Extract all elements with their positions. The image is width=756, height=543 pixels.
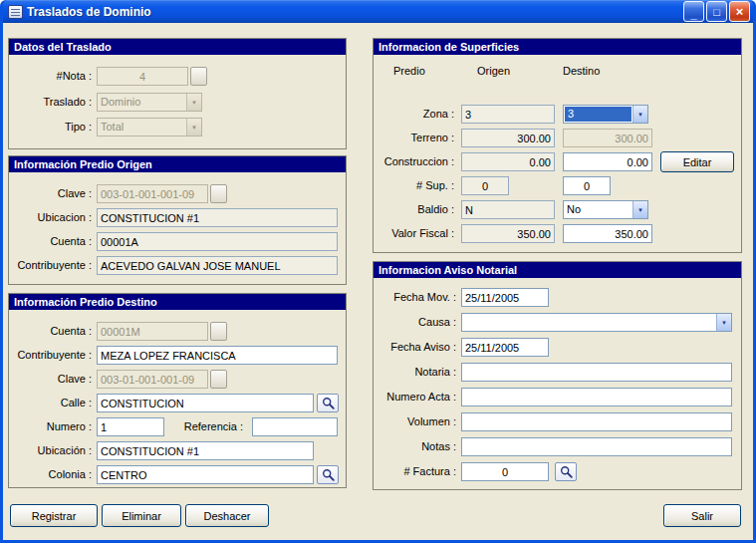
window-title: Traslados de Dominio [27,5,151,19]
numero-acta-row: Numero Acta : [374,388,741,407]
group-predio-origen: Información Predio Origen Clave : Ubicac… [8,155,347,285]
causa-combobox-value [462,314,716,331]
terreno-origen-input [461,129,555,147]
destino-ubicacion-input[interactable] [97,441,314,460]
factura-input[interactable] [461,462,549,481]
group-aviso-notarial-title: Informacion Aviso Notarial [374,262,741,278]
baldio-label: Baldio : [374,203,459,215]
destino-contribuyente-label: Contribuyente : [9,349,97,361]
minimize-button[interactable]: _ [683,1,704,22]
baldio-origen-input [461,200,555,219]
destino-calle-label: Calle : [9,397,97,408]
causa-dropdown-arrow-icon[interactable]: ▼ [716,314,731,331]
destino-cuenta-row: Cuenta : [9,322,346,342]
group-superficies: Informacion de Superficies Predio Origen… [373,38,742,253]
volumen-input[interactable] [461,412,732,431]
origen-ubicacion-input [97,208,338,227]
construccion-label: Construccion : [374,155,459,167]
zona-dropdown-arrow-icon[interactable]: ▼ [632,106,647,123]
valor-fiscal-row: Valor Fiscal : [374,224,741,244]
construccion-origen-input [461,152,555,171]
deshacer-button[interactable]: Deshacer [185,504,269,527]
origen-clave-row: Clave : [9,184,346,204]
search-icon [560,465,573,478]
destino-colonia-input[interactable] [97,465,314,484]
group-aviso-notarial: Informacion Aviso Notarial Fecha Mov. : … [373,261,742,490]
destino-cuenta-input [97,322,208,341]
registrar-button[interactable]: Registrar [10,504,98,527]
zona-destino-combobox[interactable]: 3 ▼ [563,105,648,124]
editar-button[interactable]: Editar [660,151,734,172]
construccion-row: Construccion : Editar [374,152,741,172]
terreno-label: Terreno : [374,132,459,143]
origen-ubicacion-row: Ubicacion : [9,208,346,228]
destino-calle-input[interactable] [97,394,314,412]
destino-clave-row: Clave : [9,370,346,390]
origen-clave-browse-button [210,184,227,203]
notaria-label: Notaria : [374,366,461,378]
destino-cuenta-browse-button [210,322,227,341]
causa-combobox[interactable]: ▼ [461,313,732,332]
traslado-label: Traslado : [9,96,97,108]
destino-clave-browse-button [210,370,227,389]
fecha-mov-label: Fecha Mov. : [374,291,461,303]
traslado-combobox: Dominio ▼ [97,93,202,112]
destino-numero-label: Numero : [9,420,97,432]
origen-clave-input [97,184,208,203]
notas-input[interactable] [461,437,732,456]
baldio-dropdown-arrow-icon[interactable]: ▼ [632,201,647,218]
baldio-destino-combobox[interactable]: No ▼ [563,200,648,219]
destino-referencia-label: Referencia : [164,420,248,432]
tipo-label: Tipo : [9,121,97,133]
num-superficies-origen-input [461,176,509,195]
factura-label: # Factura : [374,465,461,477]
destino-numero-input[interactable] [97,417,164,436]
maximize-icon: □ [713,6,720,18]
factura-row: # Factura : [374,462,741,482]
valor-fiscal-destino-input[interactable] [563,224,652,243]
fecha-mov-input[interactable] [461,288,549,307]
num-superficies-row: # Sup. : [374,176,741,196]
destino-ubicacion-row: Ubicación : [9,441,346,461]
destino-referencia-input[interactable] [252,417,338,436]
destino-calle-row: Calle : [9,394,346,413]
num-superficies-destino-input[interactable] [563,176,611,195]
notas-row: Notas : [374,437,741,457]
numero-acta-input[interactable] [461,388,732,407]
titlebar-buttons: _ □ × [681,1,750,22]
destino-clave-input [97,370,208,389]
eliminar-button[interactable]: Eliminar [102,504,181,527]
group-datos-traslado: Datos del Traslado #Nota : Traslado : Do… [8,38,347,149]
construccion-destino-input[interactable] [563,152,652,171]
fecha-aviso-input[interactable] [461,338,549,357]
col-header-destino: Destino [563,65,600,77]
notaria-input[interactable] [461,363,732,382]
factura-search-button[interactable] [555,462,577,481]
window-icon[interactable] [8,5,23,19]
search-icon [322,468,335,481]
destino-numero-row: Numero : Referencia : [9,417,346,437]
titlebar[interactable]: Traslados de Dominio _ □ × [3,0,753,23]
num-superficies-label: # Sup. : [374,179,459,191]
window: Traslados de Dominio _ □ × Datos del Tra… [0,0,756,543]
nota-input [97,67,188,86]
fecha-aviso-row: Fecha Aviso : [374,338,741,358]
notaria-row: Notaria : [374,363,741,383]
nota-browse-button [190,67,207,86]
salir-button[interactable]: Salir [663,504,741,527]
colonia-search-button[interactable] [317,465,339,484]
origen-contribuyente-row: Contribuyente : [9,256,346,276]
col-header-predio: Predio [393,65,425,77]
origen-cuenta-label: Cuenta : [9,235,97,247]
group-predio-destino: Información Predio Destino Cuenta : Cont… [8,293,347,488]
close-icon: × [736,4,744,19]
calle-search-button[interactable] [317,394,339,412]
maximize-button[interactable]: □ [706,1,727,22]
window-body: Datos del Traslado #Nota : Traslado : Do… [3,23,753,540]
close-button[interactable]: × [729,1,750,22]
group-predio-origen-title: Información Predio Origen [9,156,346,172]
causa-row: Causa : ▼ [374,313,741,333]
fecha-aviso-label: Fecha Aviso : [374,341,461,353]
destino-contribuyente-input[interactable] [97,346,338,365]
origen-contribuyente-label: Contribuyente : [9,259,97,271]
